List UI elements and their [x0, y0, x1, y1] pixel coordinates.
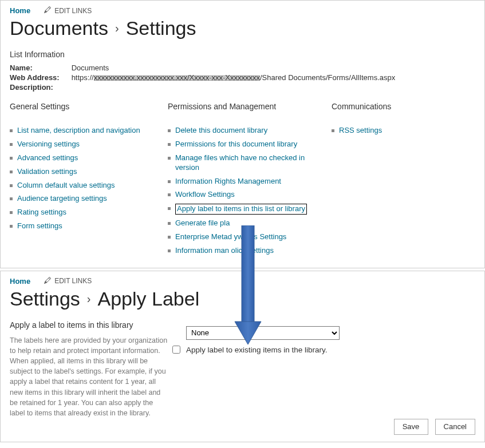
col-general-header: General Settings	[10, 102, 159, 111]
list-item: Versioning settings	[10, 140, 159, 149]
perm-settings-list: Delete this document library Permissions…	[168, 126, 322, 256]
list-item: Workflow Settings	[168, 190, 322, 200]
square-bullet-icon	[10, 225, 13, 228]
list-item: Column default value settings	[10, 181, 159, 191]
square-bullet-icon	[10, 171, 13, 173]
apply-existing-label: Apply label to existing items in the lib…	[186, 346, 328, 354]
square-bullet-icon	[168, 143, 171, 146]
list-item: Audience targeting settings	[10, 194, 159, 204]
button-row: Save Cancel	[394, 419, 475, 435]
edit-links-label: EDIT LINKS	[54, 277, 92, 285]
square-bullet-icon	[10, 143, 13, 146]
link-manage-files[interactable]: Manage files which have no checked in ve…	[175, 153, 322, 173]
settings-panel: Home EDIT LINKS Documents › Settings Lis…	[0, 0, 485, 268]
link-column-defaults[interactable]: Column default value settings	[17, 181, 115, 191]
apply-right: None Apply label to existing items in th…	[186, 320, 475, 418]
col-communications: Communications RSS settings	[332, 102, 475, 260]
square-bullet-icon	[10, 157, 13, 160]
page-title-b: Settings	[126, 17, 196, 39]
link-rating[interactable]: Rating settings	[17, 208, 66, 217]
link-rss[interactable]: RSS settings	[339, 126, 382, 136]
square-bullet-icon	[168, 193, 171, 196]
square-bullet-icon	[168, 236, 171, 239]
edit-links-label: EDIT LINKS	[54, 7, 92, 15]
link-apply-label[interactable]: Apply label to items in this list or lib…	[175, 204, 307, 215]
edit-links[interactable]: EDIT LINKS	[44, 6, 92, 15]
info-name-value: Documents	[72, 64, 109, 72]
square-bullet-icon	[332, 129, 334, 132]
pencil-icon	[44, 277, 51, 286]
list-item: List name, description and navigation	[10, 126, 159, 136]
save-button[interactable]: Save	[394, 419, 428, 435]
label-select[interactable]: None	[186, 326, 340, 340]
apply-left: Apply a label to items in this library T…	[10, 320, 170, 418]
link-workflow[interactable]: Workflow Settings	[175, 190, 235, 200]
page-title-a: Documents	[10, 17, 108, 39]
page-title: Settings › Apply Label	[10, 288, 475, 310]
col-general: General Settings List name, description …	[10, 102, 159, 260]
link-form[interactable]: Form settings	[17, 221, 62, 231]
link-validation[interactable]: Validation settings	[17, 167, 77, 177]
link-list-name[interactable]: List name, description and navigation	[17, 126, 140, 136]
link-advanced[interactable]: Advanced settings	[17, 153, 78, 163]
apply-label-row: Apply a label to items in this library T…	[10, 320, 475, 418]
link-versioning[interactable]: Versioning settings	[17, 140, 80, 149]
cancel-button[interactable]: Cancel	[435, 419, 475, 435]
square-bullet-icon	[168, 157, 171, 160]
square-bullet-icon	[10, 129, 13, 132]
info-name-label: Name:	[10, 64, 69, 72]
redacted-url: xxxxxxxxxxx.xxxxxxxxxx.xxx/Xxxxx-xxx-Xxx…	[94, 73, 260, 82]
list-item: Permissions for this document library	[168, 140, 322, 149]
col-comm-header: Communications	[332, 102, 475, 111]
square-bullet-icon	[168, 129, 171, 132]
link-enterprise-metadata[interactable]: Enterprise Metad ywords Settings	[175, 232, 286, 242]
info-desc-label: Description:	[10, 83, 69, 92]
apply-description: The labels here are provided by your org…	[10, 335, 170, 418]
page-title: Documents › Settings	[10, 17, 475, 39]
list-item: Enterprise Metad ywords Settings	[168, 232, 322, 242]
list-item: Information man olicy settings	[168, 246, 322, 256]
list-item: Manage files which have no checked in ve…	[168, 153, 322, 173]
square-bullet-icon	[10, 211, 13, 214]
list-item: Apply label to items in this list or lib…	[168, 204, 322, 215]
info-web-value: https://xxxxxxxxxxx.xxxxxxxxxx.xxx/Xxxxx…	[72, 73, 396, 82]
top-nav: Home EDIT LINKS	[10, 277, 475, 286]
home-link[interactable]: Home	[10, 277, 30, 286]
link-delete-lib[interactable]: Delete this document library	[175, 126, 267, 136]
col-perm-header: Permissions and Management	[168, 102, 322, 111]
general-settings-list: List name, description and navigation Ve…	[10, 126, 159, 231]
col-permissions: Permissions and Management Delete this d…	[168, 102, 322, 260]
link-permissions[interactable]: Permissions for this document library	[175, 140, 297, 149]
home-link[interactable]: Home	[10, 6, 30, 15]
square-bullet-icon	[10, 197, 13, 200]
square-bullet-icon	[10, 184, 13, 187]
square-bullet-icon	[168, 222, 171, 225]
square-bullet-icon	[168, 180, 171, 183]
edit-links[interactable]: EDIT LINKS	[44, 277, 92, 286]
apply-existing-checkbox[interactable]	[172, 346, 180, 354]
link-irm[interactable]: Information Rights Management	[175, 177, 281, 187]
page-title-a: Settings	[10, 288, 80, 310]
list-item: Rating settings	[10, 208, 159, 217]
info-row-name: Name: Documents	[10, 64, 475, 72]
apply-label-panel: Home EDIT LINKS Settings › Apply Label A…	[0, 271, 485, 442]
link-audience[interactable]: Audience targeting settings	[17, 194, 107, 204]
list-item: Delete this document library	[168, 126, 322, 136]
list-item: Information Rights Management	[168, 177, 322, 187]
apply-heading: Apply a label to items in this library	[10, 320, 170, 330]
page-title-b: Apply Label	[98, 288, 200, 310]
list-item: Form settings	[10, 221, 159, 231]
list-information: List Information Name: Documents Web Add…	[10, 50, 475, 92]
list-item: Validation settings	[10, 167, 159, 177]
list-item: RSS settings	[332, 126, 475, 136]
info-row-desc: Description:	[10, 83, 475, 92]
comm-settings-list: RSS settings	[332, 126, 475, 136]
link-file-plan[interactable]: Generate file pla	[175, 219, 230, 228]
top-nav: Home EDIT LINKS	[10, 6, 475, 15]
apply-existing-row: Apply label to existing items in the lib…	[172, 346, 475, 354]
link-info-policy[interactable]: Information man olicy settings	[175, 246, 274, 256]
breadcrumb-separator-icon: ›	[87, 292, 91, 306]
square-bullet-icon	[168, 207, 171, 210]
square-bullet-icon	[168, 249, 171, 252]
list-item: Generate file pla	[168, 219, 322, 228]
